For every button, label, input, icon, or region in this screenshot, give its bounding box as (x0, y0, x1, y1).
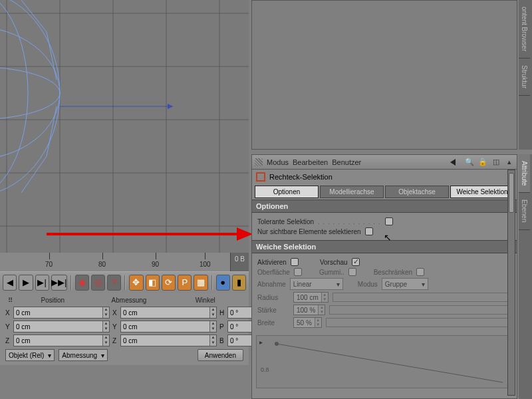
tab-model-axis[interactable]: Modellierachse (320, 186, 384, 198)
visible-only-checkbox[interactable] (365, 227, 373, 235)
falloff-curve[interactable]: ▸ 0.8 (256, 335, 513, 388)
coord-dim-combo[interactable]: Abmessung ▾ (59, 349, 108, 361)
section-soft-header: Weiche Selektion (252, 240, 517, 253)
attribute-manager: Modus Bearbeiten Benutzer 🔍 🔒 ◫ ▴ Rechte… (251, 154, 517, 399)
svg-marker-20 (168, 104, 173, 109)
nav-back-icon[interactable] (450, 159, 456, 166)
menu-mode[interactable]: Modus (267, 158, 289, 166)
prev-button[interactable]: ◀ (3, 275, 17, 291)
lock-icon[interactable]: 🔒 (478, 158, 487, 167)
menu-user[interactable]: Benutzer (332, 158, 361, 166)
svg-point-10 (0, 0, 60, 196)
side-tabs-bottom: Attribute Ebenen (519, 154, 532, 399)
svg-line-17 (47, 106, 57, 156)
tab-content-browser[interactable]: ontent Browser (519, 0, 530, 59)
keyframe-options-button[interactable]: ? (107, 275, 121, 291)
point-mode-button[interactable]: ● (216, 275, 230, 291)
tolerant-selection-label: Tolerante Selektion (257, 218, 314, 225)
strength-slider[interactable] (329, 305, 511, 315)
section-options-header: Optionen (252, 200, 517, 213)
frame-counter: 0 B (230, 253, 249, 271)
viewport-3d[interactable] (0, 0, 249, 253)
rotate-tool-button[interactable]: ⟳ (162, 275, 176, 291)
goto-end-button[interactable]: ▶▶| (51, 275, 67, 291)
coord-mode-combo[interactable]: Objekt (Rel) ▾ (5, 349, 55, 361)
strength-input[interactable]: 100 %▲▼ (293, 305, 325, 315)
tab-structure[interactable]: Struktur (519, 59, 530, 96)
autokey-button[interactable]: ◎ (91, 275, 105, 291)
tab-attribute[interactable]: Attribute (519, 154, 530, 193)
pos-x-input[interactable]: ▲▼ (13, 307, 110, 319)
svg-line-23 (277, 344, 503, 382)
tolerant-selection-checkbox[interactable] (385, 217, 393, 225)
dim-z-input[interactable]: ▲▼ (120, 334, 217, 346)
radius-input[interactable]: 100 cm▲▼ (293, 292, 329, 303)
rubber-checkbox[interactable] (348, 268, 356, 276)
surface-checkbox[interactable] (294, 268, 302, 276)
layout-button[interactable]: ▮ (232, 275, 246, 291)
header-dimension: Abmessung (91, 297, 168, 304)
chevron-up-icon[interactable]: ▴ (505, 158, 514, 167)
timeline-ruler[interactable]: 70 80 90 100 0 B (0, 253, 249, 271)
tool-name: Rechteck-Selektion (269, 173, 332, 181)
falloff-combo[interactable]: Linear▾ (290, 278, 343, 290)
play-button[interactable]: ▶ (19, 275, 33, 291)
attr-scrollbar[interactable] (507, 170, 515, 396)
playback-toolbar: ◀ ▶ ▶| ▶▶| ◉ ◎ ? ✥ ◧ ⟳ P ▦ ● ▮ (0, 271, 249, 293)
mode-combo[interactable]: Gruppe▾ (382, 278, 428, 290)
move-tool-button[interactable]: ✥ (129, 275, 143, 291)
svg-point-24 (275, 342, 279, 346)
svg-line-16 (21, 0, 47, 32)
object-manager-panel[interactable] (251, 0, 517, 150)
width-slider[interactable] (326, 318, 511, 327)
scale-tool-button[interactable]: ◧ (146, 275, 160, 291)
tab-object-axis[interactable]: Objektachse (385, 186, 449, 198)
record-key-button[interactable]: ◉ (75, 275, 89, 291)
svg-point-12 (0, 66, 60, 120)
restrict-checkbox[interactable] (416, 268, 424, 276)
visible-only-label: Nur sichtbare Elemente selektieren (257, 228, 361, 235)
panel-grip-icon[interactable] (255, 158, 263, 166)
rectangle-selection-icon (256, 172, 265, 182)
dim-y-input[interactable]: ▲▼ (120, 321, 217, 332)
side-tabs-top: ontent Browser Struktur (519, 0, 532, 150)
new-window-icon[interactable]: ◫ (491, 158, 501, 167)
pos-y-input[interactable]: ▲▼ (13, 321, 110, 332)
svg-line-15 (47, 32, 57, 80)
width-input[interactable]: 50 %▲▼ (293, 317, 322, 328)
coordinate-manager: ⠿ Position Abmessung Winkel X▲▼ X▲▼ H▲▼ … (0, 293, 249, 365)
menu-edit[interactable]: Bearbeiten (293, 158, 328, 166)
pos-z-input[interactable]: ▲▼ (13, 334, 110, 346)
dim-x-input[interactable]: ▲▼ (120, 307, 217, 319)
param-tool-button[interactable]: P (178, 275, 192, 291)
anim-tool-button[interactable]: ▦ (194, 275, 207, 291)
header-position: Position (15, 297, 91, 304)
preview-checkbox[interactable] (352, 258, 360, 266)
activate-checkbox[interactable] (291, 258, 299, 266)
tab-soft-selection[interactable]: Weiche Selektion (450, 186, 514, 198)
apply-button[interactable]: Anwenden (198, 349, 243, 361)
svg-line-18 (21, 156, 47, 193)
tab-options[interactable]: Optionen (255, 186, 319, 198)
search-icon[interactable]: 🔍 (465, 158, 474, 167)
header-angle: Winkel (167, 297, 243, 304)
tab-layers[interactable]: Ebenen (519, 193, 530, 229)
next-frame-button[interactable]: ▶| (35, 275, 49, 291)
svg-point-13 (0, 0, 28, 196)
radius-slider[interactable] (332, 293, 511, 302)
